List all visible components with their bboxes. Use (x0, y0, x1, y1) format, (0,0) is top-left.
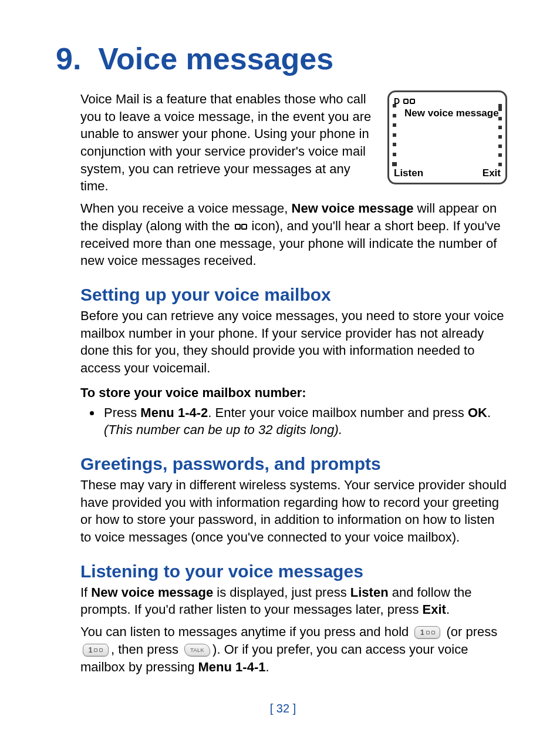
section-setup-para: Before you can retrieve any voice messag… (80, 307, 507, 377)
section-greetings-heading: Greetings, passwords, and prompts (80, 454, 507, 474)
phone-left-softkey: Listen (394, 167, 423, 180)
intro-para-2: When you receive a voice message, New vo… (80, 200, 507, 270)
chapter-name: Voice messages (98, 42, 333, 76)
chapter-number: 9. (56, 42, 81, 76)
key-1-voicemail-icon: 1 (414, 626, 440, 639)
store-number-step: Press Menu 1-4-2. Enter your voice mailb… (102, 404, 507, 439)
section-setup-heading: Setting up your voice mailbox (80, 285, 507, 305)
voicemail-inline-icon (235, 224, 247, 230)
key-talk-icon: TALK (184, 644, 210, 657)
key-1-voicemail-icon-2: 1 (83, 644, 109, 657)
store-number-subheading: To store your voice mailbox number: (80, 385, 507, 401)
page-number: [ 32 ] (56, 702, 510, 715)
voicemail-tape-icon (403, 99, 415, 104)
section-greetings-para: These may vary in different wireless sys… (80, 476, 507, 546)
section-listening-para1: If New voice message is displayed, just … (80, 584, 507, 618)
phone-msg-text: New voice message (404, 108, 501, 119)
phone-right-softkey: Exit (483, 167, 501, 180)
phone-display-illustration: D New voice message Listen Exit (387, 90, 507, 184)
phone-battery-bars-right (498, 104, 502, 166)
section-listening-heading: Listening to your voice messages (80, 561, 507, 581)
phone-signal-bars-left (393, 104, 396, 166)
section-listening-para2: You can listen to messages anytime if yo… (80, 623, 507, 675)
chapter-title: 9. Voice messages (56, 41, 507, 76)
